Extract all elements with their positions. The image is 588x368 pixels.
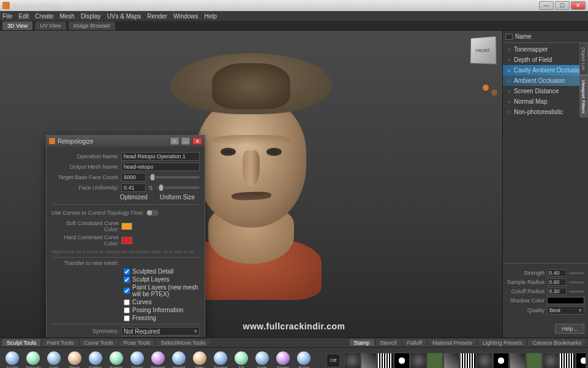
dialog-close-button[interactable]: ✕ (192, 137, 202, 145)
tool-sculpt[interactable]: Sculpt (2, 351, 22, 369)
tab-image-browser[interactable]: Image Browser (69, 21, 116, 30)
chk-freezing[interactable] (124, 315, 130, 321)
tab-sculpt-tools[interactable]: Sculpt Tools (2, 339, 40, 346)
uniformity-slider[interactable] (157, 186, 200, 189)
tab-curve-tools[interactable]: Curve Tools (80, 339, 117, 346)
stamp-thumb[interactable] (526, 353, 542, 369)
visibility-column-icon[interactable] (505, 34, 513, 40)
tab-stamp[interactable]: Stamp (350, 339, 374, 346)
out-mesh-input[interactable]: head-retopo (121, 163, 200, 171)
chk-sculpt-layers[interactable] (124, 277, 130, 283)
menu-windows[interactable]: Windows (173, 13, 198, 20)
menu-render[interactable]: Render (147, 13, 167, 20)
tool-flatten[interactable]: Flatten (86, 351, 105, 369)
chk-curves[interactable] (124, 299, 130, 305)
tab-select-move-tools[interactable]: Select/Move Tools (156, 339, 209, 346)
stamp-thumb[interactable] (477, 353, 492, 369)
tool-repeat[interactable]: Repeat (148, 351, 168, 369)
stamp-thumb[interactable] (460, 353, 476, 369)
3d-viewport[interactable]: FRONT Retopologize ≡ — ✕ (0, 31, 502, 337)
tab-3d-view[interactable]: 3D View (2, 21, 32, 30)
tool-smear[interactable]: Smear (273, 351, 293, 369)
dialog-options-button[interactable]: ≡ (170, 137, 179, 145)
stamp-off[interactable]: Off (323, 354, 343, 367)
sample-radius-slider[interactable] (569, 282, 584, 283)
symmetry-dropdown[interactable]: Not Required Not Required Based on Sourc… (121, 327, 200, 335)
stepper-icon[interactable]: ⇅ (148, 185, 154, 191)
filter-cavity-ao[interactable]: ●Cavity Ambient Occlusion (503, 65, 588, 75)
chk-posing[interactable] (124, 307, 130, 313)
strength-slider[interactable] (569, 272, 584, 274)
target-count-input[interactable]: 5000 (121, 173, 146, 182)
maximize-button[interactable]: ☐ (555, 1, 570, 10)
stamp-thumb[interactable] (394, 353, 410, 369)
tool-foamy[interactable]: Foamy (107, 351, 126, 369)
hard-curve-color-swatch[interactable] (121, 237, 132, 244)
menu-mesh[interactable]: Mesh (59, 13, 74, 20)
sym-opt-not-required[interactable]: Not Required (123, 337, 198, 337)
minimize-button[interactable]: — (539, 1, 554, 10)
tab-pose-tools[interactable]: Pose Tools (119, 339, 155, 346)
view-cube[interactable]: FRONT (470, 36, 497, 64)
tool-smooth[interactable]: Smooth (23, 351, 43, 369)
tool-grab[interactable]: Grab (44, 351, 64, 369)
chk-paint-layers[interactable] (124, 288, 130, 294)
stamp-thumb[interactable] (576, 353, 586, 369)
stamp-thumb[interactable] (510, 353, 526, 369)
tool-spray[interactable]: Spray (127, 351, 147, 369)
tab-falloff[interactable]: Falloff (403, 339, 426, 346)
tool-pinch[interactable]: Pinch (65, 351, 85, 369)
soft-curve-color-swatch[interactable] (121, 223, 132, 230)
stamp-thumb[interactable] (559, 353, 575, 369)
sample-radius-input[interactable]: 0.90 (547, 278, 567, 286)
tab-lighting-presets[interactable]: Lighting Presets (478, 339, 527, 346)
menu-edit[interactable]: Edit (18, 13, 29, 20)
tool-wax[interactable]: Wax (190, 351, 209, 369)
filter-tonemapper[interactable]: ○Tonemapper (503, 44, 588, 55)
tool-scrape[interactable]: Scrape (211, 351, 230, 369)
rtab-object-list[interactable]: Object List (579, 43, 588, 75)
stamp-thumb[interactable] (427, 353, 443, 369)
target-count-slider[interactable] (148, 176, 200, 178)
stamp-thumb[interactable] (493, 353, 509, 369)
stamp-thumb[interactable] (377, 353, 393, 369)
menu-uvs-maps[interactable]: UVs & Maps (107, 13, 141, 20)
dialog-titlebar[interactable]: Retopologize ≡ — ✕ (47, 136, 205, 147)
menu-help[interactable]: Help (205, 13, 217, 20)
dialog-minimize-button[interactable]: — (181, 137, 190, 145)
quality-dropdown[interactable]: Best (547, 306, 584, 315)
tab-paint-tools[interactable]: Paint Tools (42, 339, 78, 346)
strength-input[interactable]: 0.40 (547, 269, 567, 277)
op-name-input[interactable]: head Retopo Operation 1 (121, 152, 200, 161)
uniformity-input[interactable]: 0.41 (121, 183, 146, 192)
chk-sculpted-detail[interactable] (124, 269, 130, 275)
filter-ao[interactable]: ○Ambient Occlusion (503, 75, 588, 86)
tool-bulge[interactable]: Bulge (294, 351, 314, 369)
tab-camera-bookmarks[interactable]: Camera Bookmarks (528, 339, 586, 346)
cutoff-radius-input[interactable]: 0.30 (547, 288, 567, 295)
filter-dof[interactable]: ○Depth of Field (503, 55, 588, 65)
rtab-viewport-filters[interactable]: Viewport Filters (579, 75, 588, 118)
close-button[interactable]: ✕ (571, 1, 586, 10)
tab-material-presets[interactable]: Material Presets (428, 339, 477, 346)
tool-imprint[interactable]: Imprint (169, 351, 189, 369)
tool-fill[interactable]: Fill (232, 351, 251, 369)
filter-screen-distance[interactable]: ○Screen Distance (503, 86, 588, 96)
panel-help-button[interactable]: Help... (555, 324, 584, 334)
tab-uv-view[interactable]: UV View (35, 21, 66, 30)
tool-knife[interactable]: Knife (252, 351, 272, 369)
tab-stencil[interactable]: Stencil (376, 339, 401, 346)
stamp-thumb[interactable] (344, 353, 360, 369)
curves-flow-toggle[interactable] (146, 210, 159, 216)
filter-normal-map[interactable]: ○Normal Map (503, 96, 588, 107)
stamp-thumb[interactable] (361, 353, 377, 369)
shadow-color-swatch[interactable] (547, 297, 584, 304)
cutoff-radius-slider[interactable] (569, 291, 584, 293)
menu-create[interactable]: Create (35, 13, 53, 20)
filter-npr[interactable]: ○Non-photorealistic (503, 107, 588, 117)
stamp-thumb[interactable] (543, 353, 559, 369)
stamp-thumb[interactable] (410, 353, 426, 369)
stamp-thumb[interactable] (443, 353, 459, 369)
menu-file[interactable]: File (2, 13, 12, 20)
menu-display[interactable]: Display (81, 13, 101, 20)
